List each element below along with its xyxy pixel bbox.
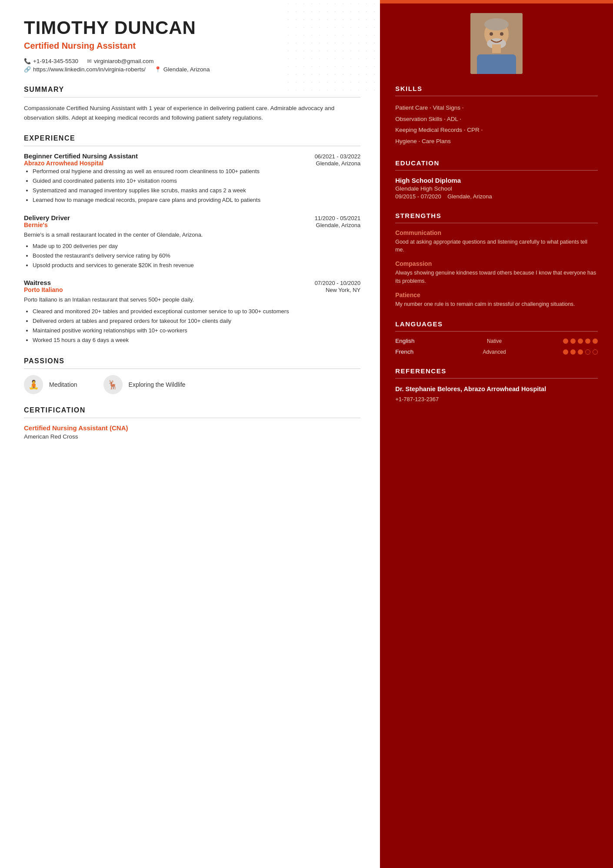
job-title-3: Waitress — [24, 279, 51, 286]
lang-dots-english — [563, 338, 598, 344]
strength-item-2: Compassion Always showing genuine kindne… — [395, 260, 598, 285]
strength-name-2: Compassion — [395, 260, 598, 267]
location-value: Glendale, Arizona — [163, 66, 210, 73]
strength-desc-3: My number one rule is to remain calm in … — [395, 300, 598, 308]
job-location-2: Glendale, Arizona — [316, 222, 361, 228]
education-title: EDUCATION — [395, 159, 598, 167]
job-location-1: Glendale, Arizona — [316, 160, 361, 167]
right-column: SKILLS Patient Care · Vital Signs · Obse… — [380, 0, 613, 868]
phone-icon: 📞 — [24, 58, 31, 64]
skills-text: Patient Care · Vital Signs · Observation… — [395, 102, 598, 147]
job-company-1: Abrazo Arrowhead Hospital — [24, 160, 103, 167]
svg-point-7 — [500, 32, 503, 36]
education-divider — [395, 170, 598, 171]
strength-name-3: Patience — [395, 292, 598, 298]
lang-level-french: Advanced — [477, 349, 512, 355]
job-bullets-3: Cleared and monitored 20+ tables and pro… — [24, 307, 360, 345]
top-accent-bar — [380, 0, 613, 3]
skill-4: ADL — [447, 116, 458, 122]
svg-point-2 — [484, 18, 509, 30]
references-divider — [395, 378, 598, 379]
experience-section: EXPERIENCE Beginner Certified Nursing As… — [24, 134, 360, 345]
skill-8: Care Plans — [422, 138, 451, 144]
job-company-3: Porto Italiano — [24, 286, 63, 293]
strength-desc-2: Always showing genuine kindness toward o… — [395, 269, 598, 285]
edu-location: Glendale, Arizona — [447, 193, 492, 200]
experience-title: EXPERIENCE — [24, 134, 360, 142]
strength-item-1: Communication Good at asking appropriate… — [395, 229, 598, 255]
strengths-section: STRENGTHS Communication Good at asking a… — [395, 212, 598, 308]
education-section: EDUCATION High School Diploma Glendale H… — [395, 159, 598, 200]
strengths-title: STRENGTHS — [395, 212, 598, 219]
dot — [563, 349, 568, 355]
languages-title: LANGUAGES — [395, 320, 598, 328]
ref-name: Dr. Stephanie Belores, Abrazo Arrowhead … — [395, 385, 598, 393]
passion-icon-wildlife: 🦌 — [103, 375, 123, 394]
passion-item-2: 🦌 Exploring the Wildlife — [103, 375, 186, 394]
passions-title: PASSIONS — [24, 357, 360, 365]
references-section: REFERENCES Dr. Stephanie Belores, Abrazo… — [395, 367, 598, 402]
job-dates-3: 07/2020 - 10/2020 — [315, 280, 361, 286]
contact-info: 📞 +1-914-345-5530 ✉ virginiarob@gmail.co… — [24, 58, 360, 73]
passions-divider — [24, 369, 360, 369]
edu-dates: 09/2015 - 07/2020 Glendale, Arizona — [395, 193, 598, 200]
email-icon: ✉ — [87, 58, 92, 64]
job-bullets-2: Made up to 200 deliveries per day Booste… — [24, 241, 360, 270]
skill-2: Vital Signs — [433, 104, 461, 111]
dot — [563, 338, 568, 344]
job-title-2: Delivery Driver — [24, 214, 70, 221]
bullet: Upsold products and services to generate… — [33, 261, 360, 270]
job-dates-2: 11/2020 - 05/2021 — [315, 215, 361, 221]
edu-degree: High School Diploma — [395, 177, 598, 184]
passions-section: PASSIONS 🧘 Meditation 🦌 Exploring the Wi… — [24, 357, 360, 394]
summary-section: SUMMARY Compassionate Certified Nursing … — [24, 86, 360, 122]
skills-section: SKILLS Patient Care · Vital Signs · Obse… — [395, 85, 598, 147]
bullet: Guided and coordinated patients into 10+… — [33, 176, 360, 186]
photo-area — [395, 0, 598, 85]
languages-section: LANGUAGES English Native French Advanced — [395, 320, 598, 355]
job-title-1: Beginner Certified Nursing Assistant — [24, 152, 138, 160]
location-contact: 📍 Glendale, Arizona — [154, 66, 210, 73]
language-row-french: French Advanced — [395, 349, 598, 355]
job-location-3: New York, NY — [326, 287, 360, 293]
languages-divider — [395, 331, 598, 332]
phone-contact: 📞 +1-914-345-5530 — [24, 58, 78, 64]
experience-divider — [24, 146, 360, 146]
linkedin-value: https://www.linkedin.com/in/virginia-rob… — [33, 66, 146, 73]
svg-rect-4 — [477, 54, 516, 74]
certification-title: CERTIFICATION — [24, 406, 360, 414]
skill-6: CPR — [467, 127, 480, 133]
dot — [578, 349, 583, 355]
skill-5: Keeping Medical Records — [395, 127, 462, 133]
job-item-1: Beginner Certified Nursing Assistant 06/… — [24, 152, 360, 205]
job-desc-3: Porto Italiano is an Intalian restaurant… — [24, 295, 360, 304]
passion-icon-meditation: 🧘 — [24, 375, 43, 394]
skill-1: Patient Care — [395, 104, 428, 111]
references-title: REFERENCES — [395, 367, 598, 375]
bullet: Made up to 200 deliveries per day — [33, 241, 360, 251]
dot — [578, 338, 583, 344]
language-row-english: English Native — [395, 338, 598, 344]
bullet: Performed oral hygiene and dressing as w… — [33, 167, 360, 176]
summary-text: Compassionate Certified Nursing Assistan… — [24, 104, 360, 122]
edu-school: Glendale High School — [395, 185, 598, 192]
job-item-2: Delivery Driver 11/2020 - 05/2021 Bernie… — [24, 214, 360, 271]
candidate-name: TIMOTHY DUNCAN — [24, 17, 360, 38]
dot — [570, 338, 576, 344]
skill-7: Hygiene — [395, 138, 417, 144]
dot-empty — [585, 349, 590, 355]
lang-dots-french — [563, 349, 598, 355]
lang-name-english: English — [395, 338, 426, 344]
passions-row: 🧘 Meditation 🦌 Exploring the Wildlife — [24, 375, 360, 394]
bullet: Systematized and managed inventory suppl… — [33, 186, 360, 195]
bullet: Boosted the restaurant's delivery servic… — [33, 251, 360, 261]
profile-photo — [470, 13, 523, 74]
link-icon: 🔗 — [24, 66, 31, 73]
job-bullets-1: Performed oral hygiene and dressing as w… — [24, 167, 360, 205]
bullet: Delivered orders at tables and prepared … — [33, 316, 360, 326]
summary-title: SUMMARY — [24, 86, 360, 94]
skills-title: SKILLS — [395, 85, 598, 92]
cert-org: American Red Cross — [24, 433, 360, 440]
passion-label-2: Exploring the Wildlife — [129, 381, 186, 388]
location-icon: 📍 — [154, 66, 161, 73]
